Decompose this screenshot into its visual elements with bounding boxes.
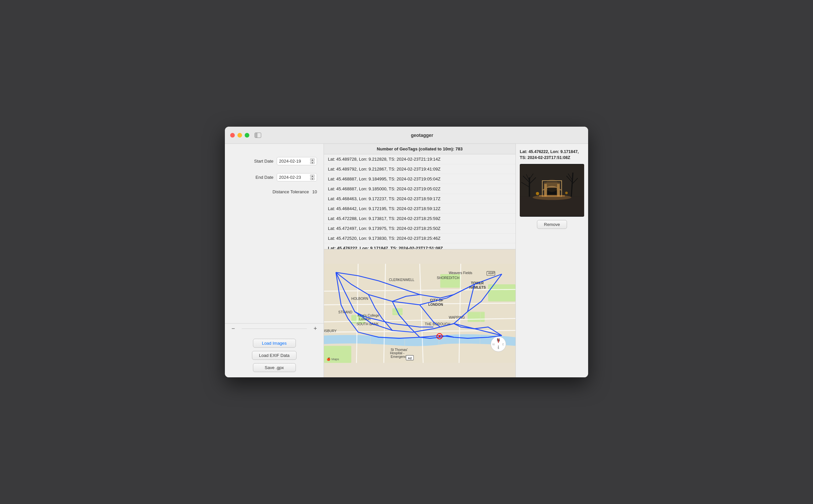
svg-text:A2: A2 xyxy=(408,357,412,360)
geotag-row[interactable]: Lat: 45.489792, Lon: 9.212867, TS: 2024-… xyxy=(324,164,515,174)
svg-point-74 xyxy=(565,192,568,194)
geotag-header: Number of GeoTags (collated to 10m): 783 xyxy=(324,144,515,154)
start-date-label: Start Date xyxy=(254,159,274,164)
save-gpx-button[interactable]: Save .gpx xyxy=(253,363,296,372)
svg-text:SOUTH BANK: SOUTH BANK xyxy=(356,322,378,326)
minimize-button[interactable] xyxy=(238,133,242,138)
sidebar-buttons: Load Images Load EXIF Data Save .gpx xyxy=(225,333,324,377)
window-title: geotagger xyxy=(261,133,583,138)
load-images-button[interactable]: Load Images xyxy=(253,339,296,348)
geotag-row[interactable]: Lat: 45.468887, Lon: 9.184995, TS: 2024-… xyxy=(324,174,515,184)
geotag-row[interactable]: Lat: 45.472520, Lon: 9.173830, TS: 2024-… xyxy=(324,234,515,243)
divider-row: − + xyxy=(225,323,324,333)
selected-geotag-info: Lat: 45.476222, Lon: 9.171847, TS: 2024-… xyxy=(520,149,584,161)
traffic-lights xyxy=(230,133,249,138)
map-area[interactable]: TOWER HAMLETS CITY OF LONDON HOLBORN STR… xyxy=(324,249,515,377)
start-date-input[interactable] xyxy=(279,159,309,164)
minus-button[interactable]: − xyxy=(225,324,242,333)
map-svg: TOWER HAMLETS CITY OF LONDON HOLBORN STR… xyxy=(324,249,515,377)
start-date-stepper: ▲ ▼ xyxy=(310,158,315,164)
svg-point-41 xyxy=(439,335,440,337)
svg-text:Weavers Fields: Weavers Fields xyxy=(449,271,472,275)
tolerance-label: Distance Tolerance xyxy=(273,189,309,194)
maximize-button[interactable] xyxy=(245,133,249,138)
remove-button[interactable]: Remove xyxy=(537,220,567,229)
svg-text:St Thomas': St Thomas' xyxy=(391,348,408,352)
svg-rect-6 xyxy=(468,312,485,322)
end-date-input[interactable] xyxy=(279,175,309,180)
sidebar-toggle-button[interactable] xyxy=(255,133,261,138)
end-date-label: End Date xyxy=(256,175,274,180)
svg-text:HAMLETS: HAMLETS xyxy=(469,286,486,289)
geotag-row[interactable]: Lat: 45.472288, Lon: 9.173817, TS: 2024-… xyxy=(324,214,515,224)
svg-text:HOLBORN: HOLBORN xyxy=(351,297,368,300)
start-date-up[interactable]: ▲ xyxy=(310,158,315,161)
svg-point-71 xyxy=(533,195,571,200)
svg-rect-0 xyxy=(324,264,515,363)
geotag-row[interactable]: Lat: 45.468463, Lon: 9.172237, TS: 2024-… xyxy=(324,194,515,204)
load-exif-button[interactable]: Load EXIF Data xyxy=(252,351,297,360)
geotag-row[interactable]: Lat: 45.468887, Lon: 9.185000, TS: 2024-… xyxy=(324,184,515,194)
svg-point-73 xyxy=(536,192,539,195)
geotag-list[interactable]: Number of GeoTags (collated to 10m): 783… xyxy=(324,144,515,249)
svg-text:SHOREDITCH: SHOREDITCH xyxy=(437,276,459,280)
right-panel: Lat: 45.476222, Lon: 9.171847, TS: 2024-… xyxy=(515,144,588,377)
end-date-down[interactable]: ▼ xyxy=(310,177,315,180)
svg-point-72 xyxy=(545,179,558,192)
start-date-row: Start Date ▲ ▼ xyxy=(232,157,317,165)
end-date-wrapper: ▲ ▼ xyxy=(277,173,317,181)
geotag-row[interactable]: Lat: 45.476222, Lon: 9.171847, TS: 2024-… xyxy=(324,243,515,249)
svg-text:Emergency: Emergency xyxy=(391,355,408,359)
start-date-wrapper: ▲ ▼ xyxy=(277,157,317,165)
tolerance-row: Distance Tolerance 10 xyxy=(232,189,317,194)
geotag-row[interactable]: Lat: 45.472497, Lon: 9.173975, TS: 2024-… xyxy=(324,224,515,234)
svg-text:E: E xyxy=(502,343,504,346)
end-date-stepper: ▲ ▼ xyxy=(310,174,315,180)
divider-line xyxy=(242,329,307,329)
titlebar: geotagger xyxy=(225,127,588,144)
end-date-up[interactable]: ▲ xyxy=(310,174,315,177)
sidebar: Start Date ▲ ▼ End Date ▲ xyxy=(225,144,324,377)
geotag-row[interactable]: Lat: 45.468442, Lon: 9.172195, TS: 2024-… xyxy=(324,204,515,214)
svg-text:ISBURY: ISBURY xyxy=(324,329,337,333)
start-date-down[interactable]: ▼ xyxy=(310,161,315,164)
tolerance-value: 10 xyxy=(312,189,317,194)
svg-text:🍎 Maps: 🍎 Maps xyxy=(327,357,339,361)
svg-text:Hospital -: Hospital - xyxy=(390,351,405,355)
main-window: geotagger Start Date ▲ ▼ End Date xyxy=(225,127,588,377)
svg-text:W: W xyxy=(492,343,495,346)
plus-button[interactable]: + xyxy=(307,324,324,333)
main-panel: Number of GeoTags (collated to 10m): 783… xyxy=(324,144,515,377)
photo-preview xyxy=(520,164,584,217)
geotag-row[interactable]: Lat: 45.489728, Lon: 9.212828, TS: 2024-… xyxy=(324,154,515,164)
svg-text:CLERKENWELL: CLERKENWELL xyxy=(389,278,414,282)
close-button[interactable] xyxy=(230,133,235,138)
svg-text:LONDON: LONDON xyxy=(428,303,443,306)
end-date-row: End Date ▲ ▼ xyxy=(232,173,317,181)
svg-text:A107: A107 xyxy=(488,272,495,275)
content-area: Start Date ▲ ▼ End Date ▲ xyxy=(225,144,588,377)
sidebar-form: Start Date ▲ ▼ End Date ▲ xyxy=(225,150,324,318)
